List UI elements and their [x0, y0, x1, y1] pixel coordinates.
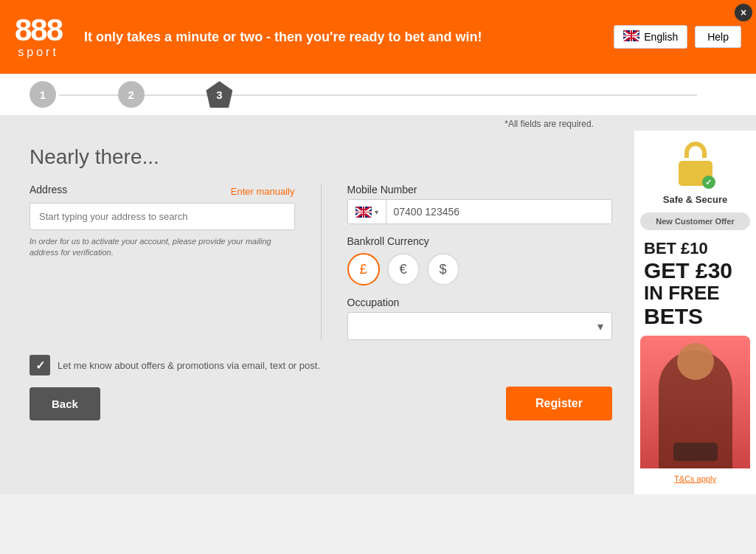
required-note-text: *All fields are required.: [504, 119, 594, 129]
svg-rect-8: [623, 35, 639, 36]
close-button[interactable]: ×: [735, 4, 752, 21]
address-note: In order for us to activate your account…: [30, 236, 295, 259]
mobile-input[interactable]: [386, 200, 612, 224]
logo-sport: sport: [18, 46, 59, 59]
checkmark-icon: ✓: [35, 359, 45, 373]
column-divider: [321, 184, 322, 340]
currency-gbp-button[interactable]: £: [347, 253, 380, 285]
currency-usd-button[interactable]: $: [427, 253, 460, 285]
promo-line4: BETS: [644, 304, 750, 328]
required-note: *All fields are required.: [0, 115, 756, 131]
sidebar-ad: ✓ Safe & Secure New Customer Offer BET £…: [634, 131, 756, 494]
checkbox-row: ✓ Let me know about offers & promotions …: [30, 355, 612, 375]
lock-icon-container: ✓: [673, 142, 718, 190]
back-button[interactable]: Back: [30, 387, 100, 420]
header: 888 sport It only takes a minute or two …: [0, 0, 756, 74]
mobile-currency-column: Mobile Number: [347, 184, 613, 340]
action-buttons: Back Register: [30, 387, 612, 420]
enter-manually-link[interactable]: Enter manually: [231, 186, 295, 197]
occupation-select[interactable]: [347, 312, 613, 340]
step-1: 1: [30, 81, 56, 108]
offers-checkbox-label: Let me know about offers & promotions vi…: [58, 360, 320, 371]
promo-line3: IN FREE: [644, 283, 750, 304]
language-button[interactable]: English: [614, 25, 687, 49]
person-head: [677, 343, 714, 380]
flag-dropdown-arrow: ▾: [375, 208, 378, 216]
lang-label: English: [644, 31, 678, 43]
form-columns: Address Enter manually In order for us t…: [30, 184, 612, 340]
lock-body: ✓: [679, 161, 712, 186]
flag-icon: [623, 30, 639, 44]
safe-secure-text: Safe & Secure: [663, 194, 727, 205]
mobile-flag-selector[interactable]: ▾: [348, 200, 386, 224]
tc-apply-link[interactable]: T&Cs apply: [674, 474, 716, 483]
steps-container: 1 2 3: [30, 81, 726, 108]
progress-bar: 1 2 3: [0, 74, 756, 115]
address-column: Address Enter manually In order for us t…: [30, 184, 295, 340]
logo-888: 888: [15, 15, 62, 46]
help-button[interactable]: Help: [695, 26, 741, 48]
currency-eur-button[interactable]: €: [387, 253, 420, 285]
mobile-label: Mobile Number: [347, 184, 613, 195]
promo-person-image: [640, 336, 750, 468]
register-button[interactable]: Register: [506, 387, 612, 420]
header-controls: English Help: [614, 25, 741, 49]
header-tagline: It only takes a minute or two - then you…: [62, 30, 614, 45]
step-2: 2: [118, 81, 145, 108]
form-section: Nearly there... Address Enter manually I…: [0, 131, 634, 494]
content-area: Nearly there... Address Enter manually I…: [0, 131, 756, 494]
promo-line1: BET £10: [644, 239, 750, 258]
step-3: 3: [206, 81, 232, 108]
new-customer-badge: New Customer Offer: [640, 212, 750, 230]
address-input[interactable]: [30, 203, 295, 230]
currency-buttons: £ € $: [347, 253, 613, 285]
occupation-label: Occupation: [347, 297, 613, 308]
lock-shackle: [684, 142, 707, 158]
svg-rect-21: [356, 212, 372, 212]
offers-checkbox[interactable]: ✓: [30, 355, 50, 375]
logo-area: 888 sport: [15, 15, 62, 59]
person-phone: [673, 443, 718, 461]
currency-label: Bankroll Currency: [347, 235, 613, 247]
address-label: Address: [30, 184, 67, 195]
check-badge: ✓: [702, 176, 715, 189]
occupation-select-wrapper: [347, 312, 613, 340]
mobile-field: ▾: [347, 199, 613, 224]
address-label-row: Address Enter manually: [30, 184, 295, 199]
main-container: 888 sport It only takes a minute or two …: [0, 0, 756, 554]
mobile-flag-icon: [356, 207, 372, 218]
promo-line2: GET £30: [644, 258, 750, 283]
bet-promo: BET £10 GET £30 IN FREE BETS: [640, 239, 750, 328]
section-title: Nearly there...: [30, 145, 612, 169]
